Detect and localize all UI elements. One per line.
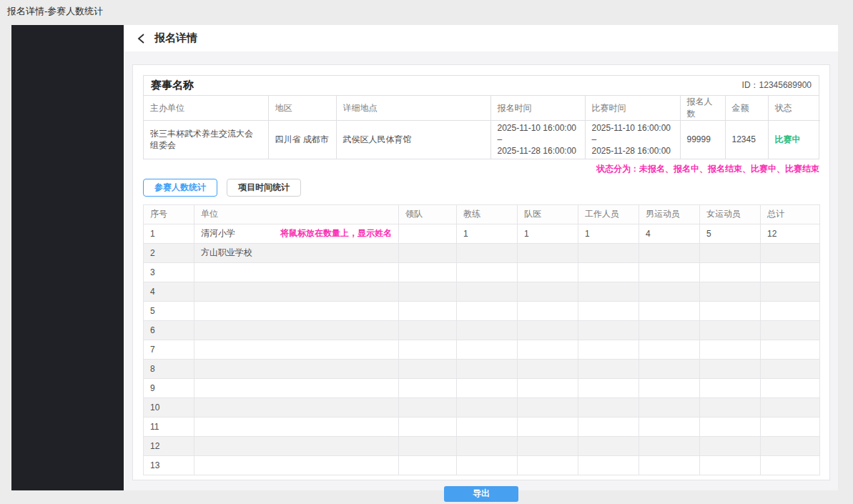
top-bar: 报名详情 [124, 25, 838, 51]
count-cell [399, 378, 457, 397]
count-cell [457, 320, 518, 340]
status-legend: 状态分为：未报名、报名中、报名结束、比赛中、比赛结束 [143, 163, 819, 175]
count-cell [761, 301, 820, 320]
count-cell [399, 436, 457, 455]
stats-header-row: 序号单位领队教练队医工作人员男运动员女运动员总计 [144, 204, 820, 224]
page-title: 报名详情 [154, 31, 197, 45]
count-cell [639, 436, 700, 455]
count-cell [399, 282, 457, 301]
row-index-cell: 7 [144, 340, 194, 359]
event-card-header: 赛事名称 ID：12345689900 [144, 76, 819, 96]
count-cell [518, 243, 578, 262]
count-cell [399, 224, 457, 243]
row-index-cell: 8 [144, 359, 194, 378]
count-cell [457, 455, 518, 475]
stats-col-header: 总计 [761, 204, 820, 224]
stats-col-header: 领队 [399, 204, 457, 224]
count-cell[interactable]: 5 [700, 224, 761, 243]
count-cell [457, 243, 518, 262]
count-cell [700, 436, 761, 455]
count-cell [518, 282, 578, 301]
count-cell [518, 378, 578, 397]
event-info-col-header: 地区 [268, 96, 336, 121]
row-index-cell: 9 [144, 378, 194, 397]
count-cell [761, 282, 820, 301]
unit-cell [194, 436, 399, 455]
tab-participant-stats[interactable]: 参赛人数统计 [143, 179, 217, 197]
count-cell[interactable]: 1 [578, 224, 639, 243]
count-cell [761, 436, 820, 455]
count-cell [761, 455, 820, 475]
count-cell [578, 378, 639, 397]
unit-cell [194, 262, 399, 282]
stats-body: 1清河小学将鼠标放在数量上，显示姓名11145122方山职业学校34567891… [144, 224, 820, 475]
main-panel: 赛事名称 ID：12345689900 主办单位地区详细地点报名时间比赛时间报名… [132, 64, 830, 480]
count-cell [700, 359, 761, 378]
count-cell[interactable]: 1 [518, 224, 578, 243]
count-cell [578, 397, 639, 417]
tab-bar: 参赛人数统计 项目时间统计 [143, 179, 819, 197]
count-cell [639, 455, 700, 475]
event-info-value: 12345 [725, 121, 768, 159]
table-row: 3 [144, 262, 820, 282]
stats-col-header: 单位 [194, 204, 399, 224]
event-info-value: 2025-11-10 16:00:00 – 2025-11-28 16:00:0… [490, 121, 585, 159]
event-info-col-header: 状态 [768, 96, 820, 121]
unit-cell [194, 320, 399, 340]
event-info-header-row: 主办单位地区详细地点报名时间比赛时间报名人数金额状态 [144, 96, 820, 121]
event-name-title: 赛事名称 [151, 79, 194, 92]
unit-name: 清河小学 [201, 227, 235, 239]
stats-col-header: 男运动员 [639, 204, 700, 224]
unit-cell [194, 397, 399, 417]
count-cell [457, 397, 518, 417]
back-button[interactable] [137, 33, 146, 44]
unit-cell [194, 359, 399, 378]
unit-cell [194, 417, 399, 436]
count-cell [399, 340, 457, 359]
unit-cell [194, 378, 399, 397]
event-info-card: 赛事名称 ID：12345689900 主办单位地区详细地点报名时间比赛时间报名… [143, 75, 819, 159]
count-cell [578, 340, 639, 359]
row-index-cell: 3 [144, 262, 194, 282]
content-wrapper: 报名详情 赛事名称 ID：12345689900 主办单位地区详细地点报名时间比… [124, 25, 838, 490]
count-cell[interactable]: 1 [457, 224, 518, 243]
count-cell [761, 243, 820, 262]
count-cell [700, 301, 761, 320]
row-index-cell: 11 [144, 417, 194, 436]
sidebar [11, 25, 124, 490]
count-cell [457, 378, 518, 397]
count-cell [700, 243, 761, 262]
table-row: 12 [144, 436, 820, 455]
stats-col-header: 教练 [457, 204, 518, 224]
stats-col-header: 序号 [144, 204, 194, 224]
stats-col-header: 工作人员 [578, 204, 639, 224]
hover-hint-note: 将鼠标放在数量上，显示姓名 [280, 227, 392, 239]
unit-cell: 方山职业学校 [194, 243, 399, 262]
event-info-value: 武侯区人民体育馆 [336, 121, 490, 159]
tab-event-time-stats[interactable]: 项目时间统计 [227, 179, 301, 197]
count-cell [518, 359, 578, 378]
count-cell [578, 320, 639, 340]
count-cell [639, 262, 700, 282]
count-cell [518, 340, 578, 359]
count-cell [399, 455, 457, 475]
count-cell[interactable]: 4 [639, 224, 700, 243]
count-cell[interactable]: 12 [761, 224, 820, 243]
count-cell [578, 282, 639, 301]
count-cell [761, 340, 820, 359]
table-row: 9 [144, 378, 820, 397]
count-cell [700, 320, 761, 340]
count-cell [700, 417, 761, 436]
row-index-cell: 10 [144, 397, 194, 417]
count-cell [639, 320, 700, 340]
count-cell [761, 378, 820, 397]
count-cell [578, 301, 639, 320]
count-cell [761, 320, 820, 340]
event-info-value: 2025-11-10 16:00:00 – 2025-11-28 16:00:0… [585, 121, 680, 159]
count-cell [457, 282, 518, 301]
export-button[interactable]: 导出 [444, 486, 518, 502]
count-cell [399, 262, 457, 282]
count-cell [578, 262, 639, 282]
event-info-col-header: 比赛时间 [585, 96, 680, 121]
table-row: 6 [144, 320, 820, 340]
